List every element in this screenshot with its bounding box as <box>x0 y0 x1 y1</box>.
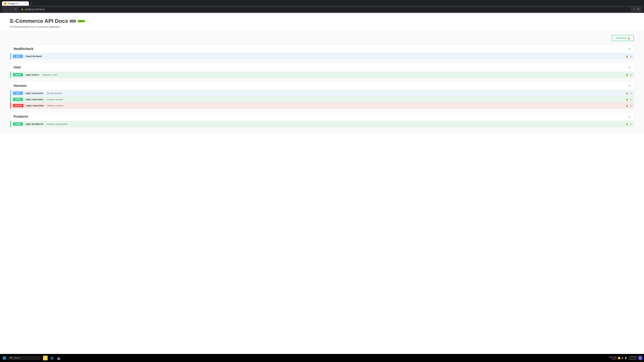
endpoint-right-sessions-post: 🔒 ∨ <box>626 98 632 101</box>
bookmark-icon[interactable]: ☆ <box>632 7 636 11</box>
section-healthcheck: Healthcheck ∧ GET /healthcheck 🔒 ∨ <box>10 44 634 59</box>
swagger-body: Authorize 🔓 Healthcheck ∧ GET /healthche… <box>0 32 644 134</box>
authorize-button[interactable]: Authorize 🔓 <box>612 35 634 41</box>
endpoint-path-sessions-delete: /api/sessions <box>26 104 44 107</box>
endpoint-chevron-icon: ∨ <box>630 55 632 58</box>
endpoint-lock-icon-products: 🔒 <box>626 123 628 125</box>
extensions-icon[interactable]: ⚙ <box>636 7 640 11</box>
method-badge-post-products: POST <box>13 122 23 126</box>
section-user-chevron: ∧ <box>628 66 630 69</box>
endpoint-right-products: 🔒 ∨ <box>626 123 632 125</box>
endpoint-right: 🔒 ∨ <box>626 55 632 58</box>
method-badge-get-sessions: GET <box>13 91 23 95</box>
endpoint-lock-icon-sessions-post: 🔒 <box>626 98 628 101</box>
endpoint-post-products[interactable]: POST /api/products Create a new product … <box>10 121 634 127</box>
endpoint-post-sessions[interactable]: POST /api/sessions Create a session 🔒 ∨ <box>10 96 634 103</box>
section-user-header[interactable]: User ∧ <box>10 63 634 72</box>
section-products-title: Products <box>14 115 28 118</box>
endpoint-chevron-sessions-get: ∨ <box>630 92 632 94</box>
endpoint-right-sessions-delete: 🔒 ∨ <box>626 104 632 107</box>
endpoint-post-users[interactable]: POST /api/users Register a user 🔒 ∨ <box>10 72 634 78</box>
endpoint-path-users: /api/users <box>25 73 39 76</box>
url-display: localhost:1337/docs/ <box>25 8 45 10</box>
browser-chrome: S Swagger UI ✕ + ← → ↻ 🔒 localhost:1337/… <box>0 0 644 13</box>
lock-indicator: 🔒 <box>21 8 24 10</box>
section-session-chevron: ∧ <box>628 84 630 87</box>
endpoint-right-users: 🔒 ∨ <box>626 73 632 76</box>
oas-badge: OAS 3 <box>78 20 85 22</box>
swagger-header: E-Commerce API Docs 1.1.0 OAS 3 API Docu… <box>0 13 644 32</box>
section-healthcheck-title: Healthcheck <box>14 47 33 51</box>
section-session: Session ∧ GET /api/sessions Get all sess… <box>10 81 634 109</box>
version-badge: 1.1.0 <box>70 20 76 22</box>
endpoint-chevron-sessions-delete: ∨ <box>630 104 632 107</box>
section-session-header[interactable]: Session ∧ <box>10 81 634 90</box>
authorize-label: Authorize <box>616 37 626 39</box>
taskbar: 🔍 Search 📁 🌐 💻 S&P 500 -0.05% 📶 🔊 🔋 6:09… <box>0 354 644 355</box>
title-row: E-Commerce API Docs 1.1.0 OAS 3 <box>10 18 634 24</box>
endpoint-chevron-products: ∨ <box>630 123 632 125</box>
method-badge-delete-sessions: DELETE <box>13 104 24 107</box>
browser-toolbar: ← → ↻ 🔒 localhost:1337/docs/ ☆ ⚙ <box>2 6 642 13</box>
section-user: User ∧ POST /api/users Register a user 🔒… <box>10 63 634 78</box>
reload-button[interactable]: ↻ <box>14 7 18 11</box>
endpoint-get-healthcheck[interactable]: GET /healthcheck 🔒 ∨ <box>10 53 634 59</box>
endpoint-path-products: /api/products <box>25 123 44 125</box>
tab-favicon: S <box>4 2 6 5</box>
new-tab-button[interactable]: + <box>30 1 34 6</box>
api-title: E-Commerce API Docs <box>10 18 68 24</box>
endpoint-desc-sessions-post: Create a session <box>47 98 63 101</box>
method-badge-post: POST <box>13 73 23 76</box>
method-badge-post-sessions: POST <box>13 98 23 101</box>
active-tab[interactable]: S Swagger UI ✕ <box>2 1 29 6</box>
endpoint-lock-icon-users: 🔒 <box>626 73 628 76</box>
endpoint-path-sessions-post: /api/sessions <box>25 98 44 101</box>
section-products: Products ∧ POST /api/products Create a n… <box>10 112 634 127</box>
section-user-title: User <box>14 65 21 69</box>
page-content: E-Commerce API Docs 1.1.0 OAS 3 API Docu… <box>0 13 644 355</box>
endpoint-path: /healthcheck <box>25 55 42 58</box>
section-healthcheck-header[interactable]: Healthcheck ∧ <box>10 44 634 53</box>
endpoint-lock-icon-sessions-delete: 🔒 <box>626 104 628 107</box>
endpoint-chevron-users: ∨ <box>630 73 632 76</box>
endpoint-chevron-sessions-post: ∨ <box>630 98 632 101</box>
section-session-title: Session <box>14 84 26 88</box>
section-products-chevron: ∧ <box>628 115 630 118</box>
method-badge-get: GET <box>13 55 23 58</box>
back-button[interactable]: ← <box>4 7 8 11</box>
toolbar-icons: ☆ ⚙ <box>632 7 640 11</box>
endpoint-lock-icon: 🔒 <box>626 55 628 58</box>
endpoint-desc-sessions-delete: Delete a session <box>47 104 64 107</box>
tab-title: Swagger UI <box>8 2 24 5</box>
forward-button[interactable]: → <box>9 7 13 11</box>
endpoint-lock-icon-sessions-get: 🔒 <box>626 92 628 94</box>
endpoint-path-sessions-get: /api/sessions <box>25 92 44 94</box>
endpoint-right-sessions-get: 🔒 ∨ <box>626 92 632 94</box>
section-products-header[interactable]: Products ∧ <box>10 112 634 121</box>
tab-close-button[interactable]: ✕ <box>25 2 27 5</box>
authorize-bar: Authorize 🔓 <box>10 35 634 41</box>
endpoint-desc-products: Create a new product <box>47 123 68 125</box>
api-description: API Documentation for E-Commerce Applica… <box>10 25 634 28</box>
section-healthcheck-chevron: ∧ <box>628 47 630 50</box>
endpoint-desc-sessions-get: Get all sessions <box>47 92 62 94</box>
endpoint-delete-sessions[interactable]: DELETE /api/sessions Delete a session 🔒 … <box>10 103 634 109</box>
tab-bar: S Swagger UI ✕ + <box>2 1 642 6</box>
endpoint-desc-users: Register a user <box>42 73 57 76</box>
endpoint-get-sessions[interactable]: GET /api/sessions Get all sessions 🔒 ∨ <box>10 90 634 96</box>
address-bar[interactable]: 🔒 localhost:1337/docs/ <box>19 7 631 11</box>
authorize-lock-icon: 🔓 <box>628 37 630 39</box>
